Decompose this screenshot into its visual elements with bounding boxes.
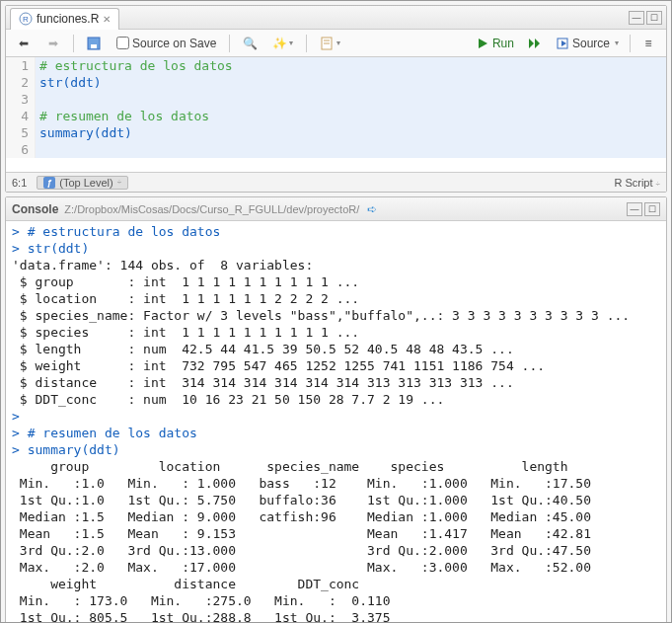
save-icon bbox=[87, 37, 101, 50]
arrow-right-icon: ➡ bbox=[46, 37, 60, 50]
source-button[interactable]: Source▾ bbox=[551, 34, 624, 53]
forward-button[interactable]: ➡ bbox=[41, 34, 65, 53]
notebook-icon bbox=[320, 37, 334, 50]
console-line: weight distance DDT_conc bbox=[12, 577, 406, 591]
console-line: $ group : int 1 1 1 1 1 1 1 1 1 1 ... bbox=[12, 274, 359, 289]
svg-rect-3 bbox=[91, 44, 97, 48]
minimize-button[interactable]: — bbox=[627, 202, 642, 216]
console-line: $ species_name: Factor w/ 3 levels "bass… bbox=[12, 308, 630, 323]
console-line: Median :1.5 Median : 9.000 catfish:96 Me… bbox=[12, 509, 607, 524]
chevron-down-icon: ÷ bbox=[117, 178, 121, 187]
source-label: Source bbox=[572, 37, 610, 50]
wand-icon: ✨ bbox=[272, 37, 286, 50]
console-line: $ distance : int 314 314 314 314 314 314… bbox=[12, 375, 514, 390]
function-icon: ƒ bbox=[43, 177, 55, 189]
r-file-icon: R bbox=[19, 12, 33, 26]
mode-label: R Script bbox=[614, 177, 652, 189]
console-title: Console bbox=[12, 202, 58, 216]
console-line: > bbox=[12, 409, 28, 424]
maximize-button[interactable]: ☐ bbox=[644, 202, 660, 216]
console-line: group location species_name species leng… bbox=[12, 459, 607, 474]
console-line: > # resumen de los datos bbox=[12, 426, 197, 440]
svg-text:R: R bbox=[23, 15, 29, 24]
notebook-button[interactable]: ▾ bbox=[315, 34, 345, 53]
run-icon bbox=[476, 37, 489, 50]
code-editor[interactable]: 1 2 3 4 5 6 # estructura de los datos st… bbox=[6, 57, 666, 158]
run-label: Run bbox=[492, 37, 514, 50]
console-line: 1st Qu.: 805.5 1st Qu.:288.8 1st Qu.: 3.… bbox=[12, 610, 406, 623]
close-icon[interactable]: ✕ bbox=[103, 14, 111, 25]
code-line: str bbox=[39, 75, 62, 90]
scope-label: (Top Level) bbox=[59, 177, 112, 189]
line-gutter: 1 2 3 4 5 6 bbox=[6, 57, 36, 158]
arrow-left-icon: ⬅ bbox=[17, 37, 31, 50]
console-line: Min. : 173.0 Min. :275.0 Min. : 0.110 bbox=[12, 593, 406, 608]
rerun-button[interactable] bbox=[523, 34, 547, 53]
chevron-down-icon: ▾ bbox=[336, 39, 340, 47]
svg-marker-9 bbox=[535, 39, 540, 48]
console-line: $ DDT_conc : num 10 16 23 21 50 150 28 7… bbox=[12, 392, 444, 407]
console-output[interactable]: > # estructura de los datos > str(ddt) '… bbox=[6, 221, 666, 623]
svg-marker-7 bbox=[479, 39, 487, 48]
goto-dir-icon[interactable]: ➪ bbox=[365, 202, 379, 216]
code-line: # estructura de los datos bbox=[39, 58, 233, 73]
minimize-button[interactable]: — bbox=[629, 11, 644, 25]
editor-statusbar: 6:1 ƒ (Top Level) ÷ R Script ÷ bbox=[6, 172, 666, 192]
scope-indicator[interactable]: ƒ (Top Level) ÷ bbox=[37, 176, 128, 190]
maximize-button[interactable]: ☐ bbox=[646, 11, 662, 25]
console-line: > summary(ddt) bbox=[12, 442, 120, 457]
cursor-position: 6:1 bbox=[12, 177, 27, 189]
source-pane: R funciones.R ✕ — ☐ ⬅ ➡ Source on Save 🔍… bbox=[5, 5, 667, 193]
rerun-icon bbox=[528, 37, 542, 50]
save-button[interactable] bbox=[82, 34, 106, 53]
console-line: $ length : num 42.5 44 41.5 39 50.5 52 4… bbox=[12, 342, 514, 356]
console-line: > # estructura de los datos bbox=[12, 224, 220, 239]
console-line: Mean :1.5 Mean : 9.153 Mean :1.417 Mean … bbox=[12, 526, 607, 541]
run-button[interactable]: Run bbox=[471, 34, 519, 53]
search-icon: 🔍 bbox=[243, 37, 257, 50]
console-line: $ weight : int 732 795 547 465 1252 1255… bbox=[12, 358, 545, 373]
console-line: 'data.frame': 144 obs. of 8 variables: bbox=[12, 258, 313, 273]
code-line: summary bbox=[39, 125, 94, 140]
source-on-save-checkbox[interactable]: Source on Save bbox=[112, 34, 221, 53]
outline-icon: ≡ bbox=[641, 37, 655, 50]
find-button[interactable]: 🔍 bbox=[238, 34, 261, 53]
outline-button[interactable]: ≡ bbox=[636, 34, 660, 53]
code-line: # resumen de los datos bbox=[39, 109, 209, 123]
console-path: Z:/Dropbox/MisCosas/Docs/Curso_R_FGULL/d… bbox=[64, 203, 359, 215]
console-pane: Console Z:/Dropbox/MisCosas/Docs/Curso_R… bbox=[5, 196, 667, 623]
svg-marker-11 bbox=[561, 40, 566, 46]
source-on-save-label: Source on Save bbox=[132, 37, 216, 50]
svg-marker-8 bbox=[529, 39, 534, 48]
editor-toolbar: ⬅ ➡ Source on Save 🔍 ✨▾ ▾ Run Source▾ ≡ bbox=[6, 30, 666, 57]
console-line: 1st Qu.:1.0 1st Qu.: 5.750 buffalo:36 1s… bbox=[12, 493, 607, 507]
tab-label: funciones.R bbox=[37, 12, 99, 26]
console-line: Max. :2.0 Max. :17.000 Max. :3.000 Max. … bbox=[12, 560, 607, 575]
tab-funciones[interactable]: R funciones.R ✕ bbox=[10, 8, 119, 30]
tab-bar: R funciones.R ✕ — ☐ bbox=[6, 6, 666, 30]
chevron-down-icon: ÷ bbox=[656, 180, 660, 189]
back-button[interactable]: ⬅ bbox=[12, 34, 36, 53]
code-area[interactable]: # estructura de los datos str(ddt) # res… bbox=[36, 57, 666, 158]
console-line: $ location : int 1 1 1 1 1 1 2 2 2 2 ... bbox=[12, 291, 359, 306]
console-line: 3rd Qu.:2.0 3rd Qu.:13.000 3rd Qu.:2.000… bbox=[12, 543, 607, 558]
wand-button[interactable]: ✨▾ bbox=[267, 34, 298, 53]
chevron-down-icon: ▾ bbox=[615, 39, 619, 47]
console-line: > str(ddt) bbox=[12, 241, 89, 256]
source-icon bbox=[556, 37, 569, 50]
console-header: Console Z:/Dropbox/MisCosas/Docs/Curso_R… bbox=[6, 197, 666, 221]
console-line: $ species : int 1 1 1 1 1 1 1 1 1 1 ... bbox=[12, 325, 359, 340]
chevron-down-icon: ▾ bbox=[289, 39, 293, 47]
console-line: Min. :1.0 Min. : 1.000 bass :12 Min. :1.… bbox=[12, 476, 607, 491]
